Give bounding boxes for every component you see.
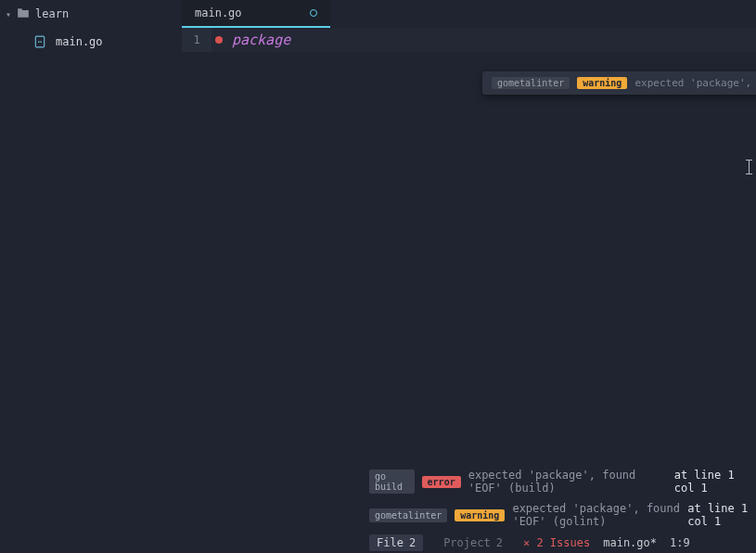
issue-row[interactable]: gometalinter warning expected 'package',…: [364, 499, 756, 531]
file-tree: ▾ learn main.go: [0, 0, 182, 553]
issue-source-chip: go build: [369, 469, 415, 494]
chevron-down-icon: ▾: [6, 9, 11, 19]
text-cursor-icon: [745, 160, 752, 174]
issue-location: at line 1 col 1: [687, 502, 750, 528]
error-x-icon: ✕: [523, 536, 530, 549]
lint-message: expected 'package', found 'EOF' (golint): [634, 77, 756, 89]
tree-file-main-go[interactable]: main.go: [0, 28, 182, 56]
issue-level-chip: error: [422, 476, 461, 488]
lint-source-chip: gometalinter: [492, 77, 570, 89]
status-scope-project-label: Project: [443, 536, 491, 549]
svg-point-2: [40, 41, 42, 43]
code-editor[interactable]: 1 package: [182, 28, 756, 52]
lint-tooltip: gometalinter warning expected 'package',…: [482, 71, 756, 95]
status-filename: main.go*: [603, 536, 657, 549]
status-cursor-position: 1:9: [670, 536, 690, 549]
code-line-1[interactable]: package: [226, 32, 294, 48]
tab-main-go[interactable]: main.go: [182, 0, 330, 28]
issues-panel: go build error expected 'package', found…: [364, 464, 756, 533]
status-issues-label: 2 Issues: [536, 536, 590, 549]
keyword-package: package: [232, 32, 290, 48]
status-scope-file-count: 2: [409, 536, 416, 549]
status-scope-project-count: 2: [496, 536, 503, 549]
project-name: learn: [35, 7, 69, 20]
svg-rect-0: [35, 36, 44, 47]
issue-location: at line 1 col 1: [674, 469, 750, 495]
issue-row[interactable]: go build error expected 'package', found…: [364, 466, 756, 497]
status-scope-file[interactable]: File 2: [369, 534, 423, 551]
tab-title: main.go: [195, 6, 242, 19]
lint-level-chip: warning: [577, 77, 627, 89]
issue-level-chip: warning: [455, 509, 505, 521]
tree-file-label: main.go: [56, 35, 103, 48]
line-number: 1: [182, 28, 211, 52]
lint-error-gutter-icon[interactable]: [211, 36, 226, 44]
status-scope-project[interactable]: Project 2: [436, 534, 510, 551]
folder-icon: [17, 7, 30, 21]
issue-message: expected 'package', found 'EOF' (build): [468, 469, 667, 495]
status-scope-file-label: File: [377, 536, 404, 549]
modified-indicator-icon: [310, 9, 317, 17]
issue-source-chip: gometalinter: [369, 508, 447, 522]
issue-message: expected 'package', found 'EOF' (golint): [512, 502, 680, 528]
svg-point-1: [38, 41, 40, 43]
project-root[interactable]: ▾ learn: [0, 0, 182, 28]
status-issues[interactable]: ✕ 2 Issues: [523, 536, 590, 549]
tab-bar: main.go: [182, 0, 756, 28]
go-file-icon: [33, 35, 46, 48]
status-bar: File 2 Project 2 ✕ 2 Issues main.go* 1:9: [364, 533, 756, 553]
